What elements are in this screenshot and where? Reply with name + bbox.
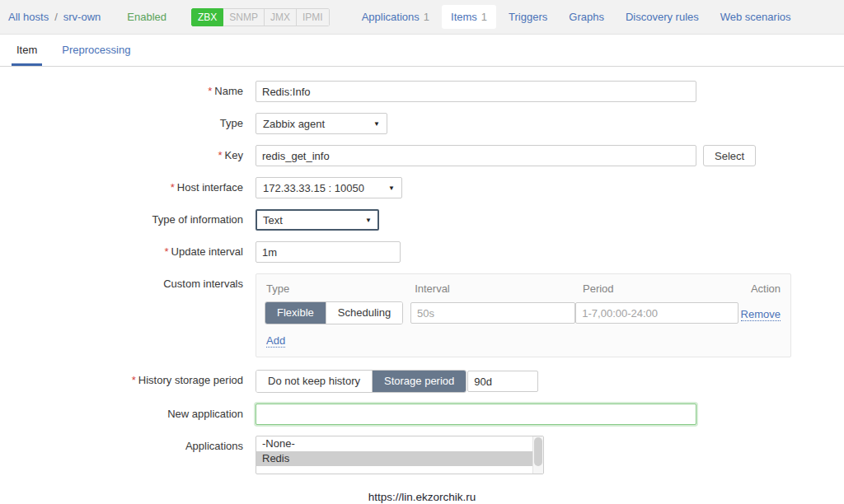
applications-option-none[interactable]: -None- <box>256 436 532 451</box>
nav-items[interactable]: Items1 <box>442 5 496 29</box>
host-interface-label: *Host interface <box>0 177 256 194</box>
ci-action-header: Action <box>751 282 781 295</box>
chevron-down-icon: ▼ <box>365 217 372 224</box>
ci-remove-link[interactable]: Remove <box>741 308 781 321</box>
type-row: Type Zabbix agent ▼ <box>0 113 844 134</box>
ci-add-link[interactable]: Add <box>266 334 285 348</box>
ci-add-wrap: Add <box>265 334 781 347</box>
nav-web-scenarios[interactable]: Web scenarios <box>711 5 800 29</box>
applications-row: Applications -None- Redis <box>0 436 844 474</box>
nav-items-count: 1 <box>481 11 487 23</box>
breadcrumb-all-hosts[interactable]: All hosts <box>8 11 49 23</box>
type-of-information-row: Type of information Text ▼ <box>0 209 844 231</box>
listbox-scrollbar[interactable] <box>532 436 543 474</box>
availability-badges: ZBX SNMP JMX IPMI <box>191 8 330 26</box>
nav-discovery-rules[interactable]: Discovery rules <box>617 5 708 29</box>
nav-applications-count: 1 <box>424 11 429 23</box>
breadcrumb-separator: / <box>54 11 58 23</box>
update-interval-row: *Update interval <box>0 241 844 263</box>
host-interface-row: *Host interface 172.33.33.15 : 10050 ▼ <box>0 177 844 198</box>
ci-interval-input[interactable] <box>410 302 575 324</box>
history-storage-row: *History storage period Do not keep hist… <box>0 370 844 393</box>
ipmi-availability-badge: IPMI <box>297 8 330 26</box>
type-select-value: Zabbix agent <box>263 118 325 130</box>
applications-label: Applications <box>0 436 256 452</box>
ci-type-toggle: Flexible Scheduling <box>265 301 403 324</box>
ci-interval-header: Interval <box>415 282 583 295</box>
ci-period-cell <box>575 302 740 324</box>
ci-flexible-option[interactable]: Flexible <box>265 302 326 324</box>
custom-intervals-row: Custom intervals Type Interval Period Ac… <box>0 273 844 357</box>
update-interval-label: *Update interval <box>0 241 256 258</box>
nav-graphs[interactable]: Graphs <box>560 5 613 29</box>
item-form: *Name Type Zabbix agent ▼ *Key Select *H… <box>0 67 844 474</box>
custom-intervals-panel: Type Interval Period Action Flexible Sch… <box>256 273 791 357</box>
breadcrumb-host[interactable]: srv-own <box>63 11 101 23</box>
history-storage-controls: Do not keep history Storage period <box>256 370 538 393</box>
host-interface-select[interactable]: 172.33.33.15 : 10050 ▼ <box>256 177 402 198</box>
custom-intervals-label: Custom intervals <box>0 273 256 290</box>
host-interface-select-value: 172.33.33.15 : 10050 <box>263 182 364 194</box>
history-do-not-keep-option[interactable]: Do not keep history <box>256 371 372 392</box>
key-row: *Key Select <box>0 145 844 166</box>
tab-bar: Item Preprocessing <box>0 35 844 67</box>
ci-period-header: Period <box>583 282 751 295</box>
ci-type-cell: Flexible Scheduling <box>265 301 410 324</box>
host-status-badge: Enabled <box>127 11 166 23</box>
nav-applications[interactable]: Applications1 <box>353 5 438 29</box>
tab-preprocessing[interactable]: Preprocessing <box>57 35 135 66</box>
chevron-down-icon: ▼ <box>373 120 380 128</box>
snmp-availability-badge: SNMP <box>223 8 265 26</box>
new-application-row: New application <box>0 404 844 425</box>
history-storage-input[interactable] <box>467 371 538 392</box>
type-label: Type <box>0 113 256 129</box>
custom-intervals-headers: Type Interval Period Action <box>265 282 781 295</box>
type-of-information-select-value: Text <box>263 214 283 226</box>
history-toggle: Do not keep history Storage period <box>256 370 467 393</box>
new-application-label: New application <box>0 404 256 420</box>
applications-listbox[interactable]: -None- Redis <box>256 436 544 474</box>
ci-scheduling-option[interactable]: Scheduling <box>326 302 402 324</box>
new-application-input[interactable] <box>256 404 696 425</box>
nav-triggers[interactable]: Triggers <box>499 5 556 29</box>
required-marker: * <box>164 245 168 258</box>
type-of-information-select[interactable]: Text ▼ <box>256 209 379 231</box>
listbox-scrollbar-thumb[interactable] <box>534 437 542 466</box>
custom-interval-row: Flexible Scheduling Remove <box>265 301 781 324</box>
nav-items-label: Items <box>451 11 477 23</box>
type-of-information-label: Type of information <box>0 209 256 226</box>
ci-period-input[interactable] <box>575 302 738 324</box>
key-select-button[interactable]: Select <box>703 145 756 166</box>
ci-action-cell: Remove <box>741 306 781 320</box>
update-interval-input[interactable] <box>256 241 401 263</box>
required-marker: * <box>208 85 212 97</box>
key-input[interactable] <box>256 145 696 166</box>
tab-item[interactable]: Item <box>12 35 42 66</box>
name-row: *Name <box>0 81 844 102</box>
required-marker: * <box>132 374 136 386</box>
key-label: *Key <box>0 145 256 161</box>
type-select[interactable]: Zabbix agent ▼ <box>256 113 387 134</box>
host-nav-bar: All hosts / srv-own Enabled ZBX SNMP JMX… <box>0 0 844 35</box>
nav-applications-label: Applications <box>362 11 420 23</box>
ci-type-header: Type <box>266 282 415 295</box>
ci-interval-cell <box>410 302 575 324</box>
required-marker: * <box>171 181 175 194</box>
watermark-url: https://lin.ekzorchik.ru <box>0 491 844 503</box>
history-storage-label: *History storage period <box>0 370 256 386</box>
chevron-down-icon: ▼ <box>388 184 395 192</box>
jmx-availability-badge: JMX <box>265 8 297 26</box>
item-configuration-page: All hosts / srv-own Enabled ZBX SNMP JMX… <box>0 0 844 504</box>
required-marker: * <box>218 149 223 161</box>
name-label: *Name <box>0 81 256 97</box>
host-nav-menu: Applications1 Items1 Triggers Graphs Dis… <box>353 5 804 29</box>
applications-option-redis[interactable]: Redis <box>256 451 532 466</box>
name-input[interactable] <box>256 81 696 102</box>
history-storage-period-option[interactable]: Storage period <box>372 371 466 392</box>
zbx-availability-badge: ZBX <box>191 8 223 26</box>
